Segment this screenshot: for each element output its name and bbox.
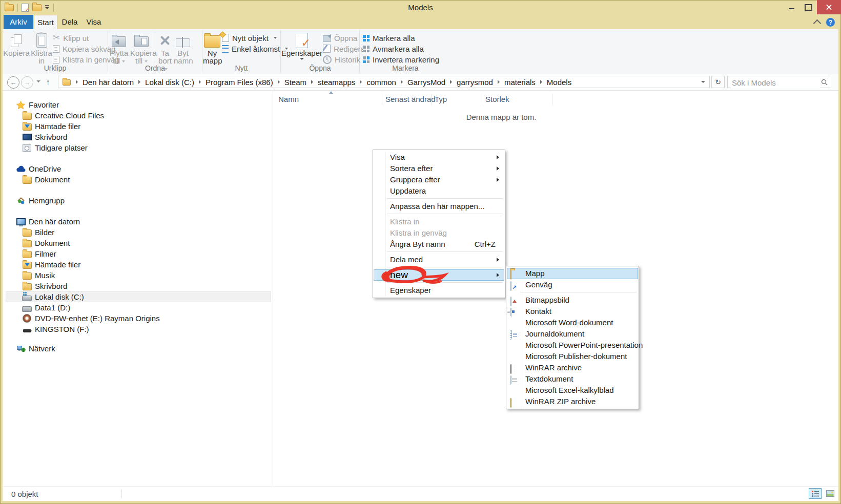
- column-header-namn[interactable]: Namn: [278, 95, 299, 103]
- invertera-markering-button[interactable]: Invertera markering: [363, 55, 439, 64]
- sidebar-item-onedrive[interactable]: OneDrive: [3, 163, 273, 174]
- address-dropdown-icon[interactable]: [701, 81, 705, 83]
- avmarkera-alla-button[interactable]: Avmarkera alla: [363, 45, 439, 53]
- menu-item-uppdatera[interactable]: Uppdatera: [374, 185, 504, 197]
- sidebar-item-bilder[interactable]: Bilder: [3, 227, 273, 238]
- historik-button[interactable]: Historik: [323, 55, 365, 64]
- submenu-item-word[interactable]: Microsoft Word-dokument: [507, 317, 638, 328]
- menu-item-visa[interactable]: Visa: [374, 152, 504, 163]
- breadcrumb-segment[interactable]: steamapps: [318, 78, 355, 87]
- maximize-button[interactable]: [800, 0, 817, 14]
- breadcrumb-segment[interactable]: Steam: [284, 78, 306, 87]
- menu-item-anpassa-mappen[interactable]: Anpassa den här mappen...: [374, 201, 504, 212]
- ribbon: Kopiera Klistra in Klipp ut Kopiera sökv…: [3, 29, 838, 74]
- breadcrumb-segment[interactable]: Program Files (x86): [206, 78, 273, 87]
- sidebar-item-hemgrupp[interactable]: Hemgrupp: [3, 195, 273, 206]
- details-view-button[interactable]: [809, 488, 822, 499]
- column-header-storlek[interactable]: Storlek: [485, 95, 509, 103]
- kopiera-button[interactable]: Kopiera: [3, 31, 30, 58]
- sidebar-item-dvd-e[interactable]: DVD-RW-enhet (E:) Rayman Origins: [3, 313, 273, 324]
- submenu-item-excel[interactable]: Microsoft Excel-kalkylblad: [507, 385, 638, 396]
- sidebar-item-musik[interactable]: Musik: [3, 270, 273, 281]
- search-input[interactable]: [731, 77, 820, 88]
- forward-button[interactable]: [21, 76, 33, 89]
- explorer-folder-icon[interactable]: [5, 4, 14, 11]
- sidebar-item-creative-cloud-files[interactable]: Creative Cloud Files: [3, 110, 273, 121]
- breadcrumb-segment[interactable]: Den här datorn: [83, 78, 134, 87]
- menu-item-klistra-in-genvag[interactable]: Klistra in genväg: [374, 227, 504, 239]
- tab-start[interactable]: Start: [34, 15, 57, 29]
- sidebar-item-favoriter[interactable]: Favoriter: [3, 99, 273, 110]
- egenskaper-button[interactable]: Egenskaper: [281, 31, 323, 61]
- refresh-button[interactable]: [711, 76, 725, 88]
- enkel-atkomst-button[interactable]: Enkel åtkomst: [222, 45, 288, 53]
- back-button[interactable]: [7, 76, 19, 89]
- close-button[interactable]: [817, 0, 841, 14]
- sidebar-item-skrivbord[interactable]: Skrivbord: [3, 132, 273, 142]
- breadcrumb-segment[interactable]: Lokal disk (C:): [145, 78, 194, 87]
- customize-qat-icon[interactable]: [45, 5, 50, 10]
- breadcrumb-segment[interactable]: common: [366, 78, 396, 87]
- sidebar-item-filmer[interactable]: Filmer: [3, 248, 273, 259]
- sidebar-item-hamtade-filer[interactable]: Hämtade filer: [3, 121, 273, 132]
- menu-item-gruppera-efter[interactable]: Gruppera efter: [374, 174, 504, 185]
- new-item-icon: [222, 34, 229, 42]
- submenu-item-publisher[interactable]: Microsoft Publisher-dokument: [507, 351, 638, 362]
- column-header-senast-andrad[interactable]: Senast ändrad: [385, 95, 436, 103]
- menu-item-angra-byt-namn[interactable]: Ångra Byt namnCtrl+Z: [374, 239, 504, 250]
- byt-namn-button[interactable]: Byt namn: [173, 31, 193, 66]
- sidebar-item-den-har-datorn[interactable]: Den här datorn: [3, 216, 273, 227]
- kopiera-till-button[interactable]: Kopiera till: [130, 31, 153, 66]
- menu-item-dela-med[interactable]: Dela med: [374, 254, 504, 265]
- menu-item-klistra-in[interactable]: Klistra in: [374, 216, 504, 227]
- search-box[interactable]: [727, 76, 831, 88]
- flytta-till-button[interactable]: Flytta till: [108, 31, 130, 66]
- menu-item-new[interactable]: new: [374, 269, 504, 281]
- column-header-typ[interactable]: Typ: [435, 95, 447, 103]
- tab-arkiv[interactable]: Arkiv: [4, 15, 33, 29]
- submenu-item-genvag[interactable]: Genväg: [507, 279, 638, 290]
- folder-icon: [23, 229, 32, 237]
- thumbnail-view-button[interactable]: [824, 488, 836, 499]
- sidebar-item-dokument[interactable]: Dokument: [3, 238, 273, 248]
- sidebar-item-natverk[interactable]: Nätverk: [3, 343, 273, 354]
- sidebar-item-kingston-f[interactable]: KINGSTON (F:): [3, 324, 273, 334]
- redigera-button[interactable]: Redigera: [323, 45, 365, 53]
- new-folder-icon[interactable]: [32, 4, 42, 11]
- properties-icon[interactable]: [22, 4, 29, 12]
- minimize-ribbon-icon[interactable]: [813, 19, 822, 28]
- breadcrumb-bar[interactable]: Den här datorn Lokal disk (C:) Program F…: [58, 76, 710, 88]
- menu-item-sortera-efter[interactable]: Sortera efter: [374, 163, 504, 174]
- oppna-button[interactable]: Öppna: [323, 34, 365, 42]
- submenu-item-winrar-zip[interactable]: WinRAR ZIP archive: [507, 396, 638, 407]
- sidebar-item-tidigare-platser[interactable]: Tidigare platser: [3, 142, 273, 153]
- sidebar-item-data1-d[interactable]: Data1 (D:): [3, 302, 273, 313]
- minimize-button[interactable]: [783, 0, 800, 14]
- breadcrumb-segment[interactable]: materials: [504, 78, 536, 87]
- tab-dela[interactable]: Dela: [58, 15, 81, 29]
- submenu-item-powerpoint[interactable]: Microsoft PowerPoint-presentation: [507, 340, 638, 351]
- sidebar-item-hamt-filer-2[interactable]: Hämtade filer: [3, 259, 273, 270]
- breadcrumb-segment[interactable]: GarrysMod: [407, 78, 445, 87]
- sidebar-item-lokal-disk-c[interactable]: Lokal disk (C:): [6, 291, 271, 302]
- markera-alla-button[interactable]: Markera alla: [363, 34, 439, 42]
- sidebar-item-skrivbord-2[interactable]: Skrivbord: [3, 281, 273, 291]
- menu-item-egenskaper[interactable]: Egenskaper: [374, 285, 504, 296]
- computer-icon: [16, 218, 26, 225]
- nytt-objekt-button[interactable]: Nytt objekt: [222, 34, 288, 42]
- submenu-item-mapp[interactable]: Mapp: [507, 268, 638, 279]
- klistra-in-button[interactable]: Klistra in: [30, 31, 53, 66]
- ny-mapp-button[interactable]: Ny mapp: [202, 31, 222, 66]
- submenu-item-kontakt[interactable]: Kontakt: [507, 306, 638, 317]
- submenu-item-bitmappsbild[interactable]: Bitmappsbild: [507, 295, 638, 306]
- submenu-item-journal[interactable]: Journaldokument: [507, 328, 638, 340]
- breadcrumb-segment[interactable]: garrysmod: [457, 78, 493, 87]
- tab-visa[interactable]: Visa: [83, 15, 105, 29]
- submenu-item-textdokument[interactable]: Textdokument: [507, 373, 638, 385]
- recent-locations-caret-icon[interactable]: [36, 80, 40, 82]
- up-button[interactable]: [46, 77, 50, 86]
- help-icon[interactable]: [826, 18, 835, 27]
- breadcrumb-segment[interactable]: Models: [547, 78, 571, 87]
- sidebar-item-onedrive-dokument[interactable]: Dokument: [3, 174, 273, 185]
- submenu-item-winrar[interactable]: WinRAR archive: [507, 362, 638, 373]
